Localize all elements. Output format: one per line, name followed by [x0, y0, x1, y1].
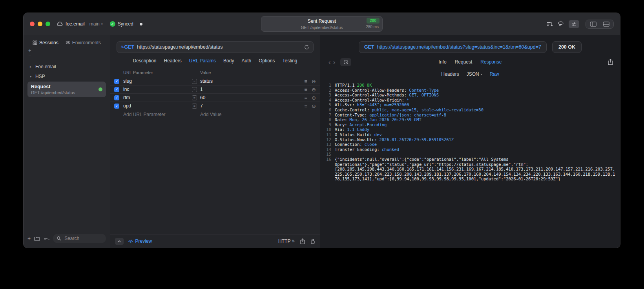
tab-info[interactable]: Info — [439, 59, 447, 65]
drag-handle-icon[interactable]: ≡ — [305, 103, 308, 109]
tab-response[interactable]: Response — [480, 59, 502, 65]
param-value-cell[interactable]: status — [200, 78, 305, 84]
column-url-parameter: URL Parameter — [123, 70, 200, 75]
tab-environments[interactable]: Environments — [66, 40, 101, 45]
subtab-headers[interactable]: Headers — [441, 71, 459, 77]
response-raw-view: 1HTTP/1.1200 OK 2Access-Control-Allow-He… — [320, 82, 620, 248]
param-name-cell[interactable]: inc — [123, 87, 192, 92]
remove-item-button[interactable]: − — [28, 53, 106, 58]
equals-icon: = — [192, 104, 197, 109]
tab-auth[interactable]: Auth — [241, 58, 251, 64]
header-value: chunked — [382, 147, 399, 152]
share-icon[interactable] — [300, 238, 305, 244]
line-number: 4 — [323, 98, 331, 103]
add-request-button[interactable]: + — [27, 236, 31, 241]
toggle-bottom-panel-icon[interactable] — [600, 22, 613, 27]
param-name-cell[interactable]: rtm — [123, 95, 192, 100]
param-name-cell[interactable]: slug — [123, 78, 192, 84]
add-value-placeholder[interactable]: Add Value — [200, 112, 222, 117]
view-options-icon[interactable] — [44, 236, 49, 241]
lock-icon[interactable] — [310, 238, 315, 244]
add-parameter-placeholder[interactable]: Add URL Parameter — [123, 112, 200, 117]
toggle-left-panel-icon[interactable] — [587, 22, 600, 27]
method-label: GET — [124, 44, 135, 50]
close-window-button[interactable] — [30, 22, 35, 26]
param-checkbox[interactable]: ✓ — [114, 87, 119, 92]
updown-arrows-icon: ⇅ — [121, 45, 124, 49]
export-response-icon[interactable] — [608, 59, 613, 65]
request-url-bar[interactable]: ⇅ GET https://statuspage.me/api/embed/st… — [117, 41, 314, 53]
param-checkbox[interactable]: ✓ — [114, 79, 119, 84]
branch-selector[interactable]: main ▾ — [89, 21, 104, 27]
tab-url-params[interactable]: URL Params — [189, 58, 216, 64]
drag-handle-icon[interactable]: ≡ — [305, 78, 308, 84]
param-row-slug[interactable]: ✓ slug = status ≡ ⊖ — [110, 77, 320, 85]
line-number: 13 — [323, 142, 331, 147]
add-param-row[interactable]: Add URL Parameter Add Value — [110, 110, 320, 118]
sort-lines-icon[interactable] — [547, 22, 553, 27]
add-item-button[interactable]: + — [28, 48, 106, 53]
param-checkbox[interactable]: ✓ — [114, 104, 119, 109]
param-row-rtm[interactable]: ✓ rtm = 60 ≡ ⊖ — [110, 94, 320, 102]
http-status-line: HTTP/1.1 — [335, 83, 355, 87]
param-value-cell[interactable]: 1 — [200, 87, 305, 92]
method-selector[interactable]: ⇅ GET — [121, 44, 134, 50]
sync-status[interactable]: ✓ Synced — [110, 21, 133, 27]
tab-request[interactable]: Request — [455, 59, 473, 65]
history-clock-icon[interactable] — [340, 58, 351, 66]
protocol-selector[interactable]: HTTP ⇅ — [278, 238, 295, 244]
header-name: Vary: — [335, 122, 347, 127]
remove-row-icon[interactable]: ⊖ — [312, 87, 316, 93]
drag-handle-icon[interactable]: ≡ — [305, 95, 308, 101]
tab-sessions[interactable]: Sessions — [33, 40, 58, 45]
minimize-window-button[interactable] — [38, 22, 42, 26]
subtab-raw[interactable]: Raw — [490, 71, 499, 77]
tab-body[interactable]: Body — [223, 58, 234, 64]
param-value-cell[interactable]: 7 — [200, 103, 305, 109]
response-line: 3Access-Control-Allow-Methods:GET, OPTIO… — [323, 93, 616, 98]
param-row-inc[interactable]: ✓ inc = 1 ≡ ⊖ — [110, 85, 320, 94]
tab-options[interactable]: Options — [259, 58, 275, 64]
preview-button[interactable]: </> Preview — [128, 238, 152, 244]
line-number: 3 — [323, 93, 331, 98]
request-status-pill[interactable]: Sent Request 200 GET /api/embed/status 2… — [261, 16, 383, 32]
param-row-upd[interactable]: ✓ upd = 7 ≡ ⊖ — [110, 102, 320, 110]
sidebar-search[interactable] — [53, 234, 106, 243]
search-input[interactable] — [64, 235, 102, 242]
subtab-json[interactable]: JSON ▾ — [467, 71, 482, 77]
project-switcher[interactable]: foe.email — [57, 21, 85, 27]
sidebar-group-foe-email[interactable]: ▸ Foe.email — [27, 62, 106, 71]
zoom-window-button[interactable] — [46, 22, 50, 26]
environments-layers-icon — [66, 40, 70, 45]
expand-panel-icon[interactable] — [115, 238, 124, 245]
remove-row-icon[interactable]: ⊖ — [312, 103, 316, 109]
line-number: 11 — [323, 132, 331, 137]
sidebar-item-request[interactable]: Request GET /api/embed/status — [27, 82, 106, 97]
lasso-icon[interactable] — [558, 21, 564, 27]
param-checkbox[interactable]: ✓ — [114, 95, 119, 100]
header-name: Connection: — [335, 142, 362, 147]
history-forward-icon[interactable]: › — [332, 59, 337, 65]
tab-description[interactable]: Description — [133, 58, 156, 64]
resend-icon[interactable] — [304, 45, 309, 50]
param-name-cell[interactable]: upd — [123, 103, 192, 109]
param-value-cell[interactable]: 60 — [200, 95, 305, 100]
new-folder-icon[interactable] — [34, 236, 40, 241]
line-number: 8 — [323, 117, 331, 122]
swap-panes-icon[interactable] — [569, 20, 579, 28]
header-value: dev — [374, 132, 382, 137]
remove-row-icon[interactable]: ⊖ — [312, 95, 316, 101]
sidebar-group-hsp[interactable]: ▾ HSP — [27, 71, 106, 81]
line-number: 14 — [323, 147, 331, 152]
header-value: close — [365, 142, 377, 147]
tab-headers[interactable]: Headers — [164, 58, 181, 64]
equals-icon: = — [192, 95, 197, 100]
remove-row-icon[interactable]: ⊖ — [312, 78, 316, 84]
request-url-input[interactable]: https://statuspage.me/api/embed/status — [137, 44, 223, 50]
tab-testing[interactable]: Testing — [283, 58, 297, 64]
drag-handle-icon[interactable]: ≡ — [305, 87, 308, 93]
titlebar: foe.email main ▾ ✓ Synced Sent Request 2… — [24, 13, 620, 35]
response-url-box[interactable]: GET https://statuspage.me/api/embed/stat… — [359, 41, 547, 53]
history-back-icon[interactable]: ‹ — [327, 59, 332, 65]
request-footer: </> Preview HTTP ⇅ — [110, 234, 320, 248]
